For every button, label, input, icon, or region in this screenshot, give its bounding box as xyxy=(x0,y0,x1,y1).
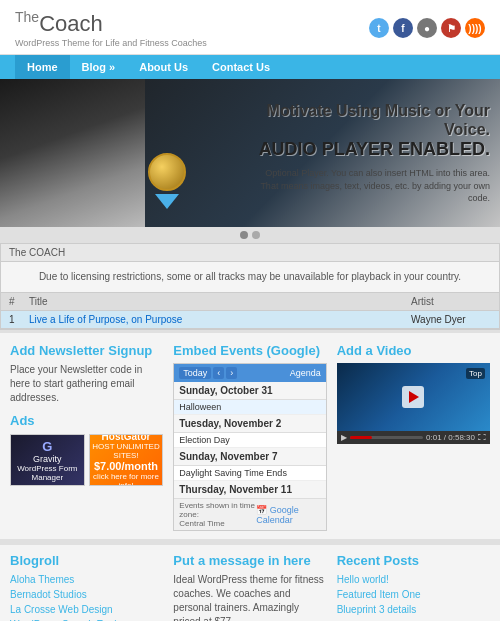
calendar-col: Embed Events (Google) Today ‹ › Agenda S… xyxy=(173,343,326,531)
bottom-three-col-section: Blogroll Aloha Themes Bernadot Studios L… xyxy=(0,542,500,621)
slider-dots xyxy=(0,227,500,243)
track-title: Live a Life of Purpose, on Purpose xyxy=(29,314,411,325)
hero-text-block: Motivate Using Music or Your Voice. AUDI… xyxy=(250,101,490,205)
video-progress-fill xyxy=(350,436,372,439)
cal-today-btn[interactable]: Today xyxy=(179,367,211,379)
cal-timezone-value: Central Time xyxy=(179,519,224,528)
blogroll-item-3[interactable]: La Crosse Web Design xyxy=(10,603,163,615)
recent-post-link-1[interactable]: Hello world! xyxy=(337,574,389,585)
cal-view-label: Agenda xyxy=(290,368,321,378)
recent-post-2[interactable]: Featured Item One xyxy=(337,588,490,600)
calendar-header: Today ‹ › Agenda xyxy=(174,364,325,382)
track-num: 1 xyxy=(9,314,29,325)
cal-next-btn[interactable]: › xyxy=(226,367,237,379)
video-progress-bar[interactable] xyxy=(350,436,423,439)
gravity-name: Gravity xyxy=(33,454,62,464)
player-header: The COACH xyxy=(1,244,499,262)
video-tag: Top xyxy=(466,368,485,379)
cal-timezone-label: Events shown in time zone: Central Time xyxy=(179,501,256,528)
blogroll-item-2[interactable]: Bernadot Studios xyxy=(10,588,163,600)
video-time: 0:01 / 0:58:30 xyxy=(426,433,475,442)
cal-powered: 📅 Google Calendar xyxy=(256,505,320,525)
nav-item-home[interactable]: Home xyxy=(15,55,70,79)
calendar-nav: Today ‹ › xyxy=(179,367,237,379)
recent-post-link-2[interactable]: Featured Item One xyxy=(337,589,421,600)
three-col-section: Add Newsletter Signup Place your Newslet… xyxy=(0,330,500,539)
cal-event-2: Election Day xyxy=(174,433,325,448)
calendar-embed: Today ‹ › Agenda Sunday, October 31 Hall… xyxy=(173,363,326,531)
hero-headline: Motivate Using Music or Your Voice. xyxy=(250,101,490,139)
track-artist: Wayne Dyer xyxy=(411,314,491,325)
player-notice: Due to licensing restrictions, some or a… xyxy=(1,262,499,292)
recent-posts-list: Hello world! Featured Item One Blueprint… xyxy=(337,573,490,615)
newsletter-body: Place your Newsletter code in here to st… xyxy=(10,363,163,405)
hero-section: Motivate Using Music or Your Voice. AUDI… xyxy=(0,79,500,227)
nav-item-blog[interactable]: Blog » xyxy=(70,55,128,79)
logo-the: The xyxy=(15,10,39,24)
logo-coach: Coach xyxy=(39,11,103,36)
hostgator-ad[interactable]: HostGator HOST UNLIMITED SITES! $7.00/mo… xyxy=(89,434,164,486)
video-thumbnail[interactable]: Top xyxy=(337,363,490,431)
blogroll-link-1[interactable]: Aloha Themes xyxy=(10,574,74,585)
recent-posts-title: Recent Posts xyxy=(337,553,490,568)
hostgator-sub: HOST UNLIMITED SITES! xyxy=(90,442,163,460)
recent-posts-col: Recent Posts Hello world! Featured Item … xyxy=(337,553,490,621)
recent-post-1[interactable]: Hello world! xyxy=(337,573,490,585)
social-icons: t f ● ⚑ )))) xyxy=(369,18,485,38)
logo-title: TheCoach xyxy=(15,8,207,36)
facebook-icon[interactable]: f xyxy=(393,18,413,38)
logo-tagline: WordPress Theme for Life and Fitness Coa… xyxy=(15,38,207,48)
hero-person-image xyxy=(0,79,145,227)
message-title: Put a message in here xyxy=(173,553,326,568)
social-icon-4[interactable]: ⚑ xyxy=(441,18,461,38)
gravity-sub: WordPress Form Manager xyxy=(11,464,84,482)
player-track-row[interactable]: 1 Live a Life of Purpose, on Purpose Way… xyxy=(1,311,499,329)
calendar-footer: Events shown in time zone: Central Time … xyxy=(174,499,325,530)
google-calendar-logo: 📅 Google Calendar xyxy=(256,505,320,525)
blogroll-col: Blogroll Aloha Themes Bernadot Studios L… xyxy=(10,553,163,621)
message-body: Ideal WordPress theme for fitness coache… xyxy=(173,573,326,621)
hero-subheadline: AUDIO PLAYER ENABLED. xyxy=(250,140,490,162)
nav-item-about[interactable]: About Us xyxy=(127,55,200,79)
nav-item-contact[interactable]: Contact Us xyxy=(200,55,282,79)
video-col: Add a Video Top ▶ 0:01 / 0:58:30 ⛶ xyxy=(337,343,490,531)
blogroll-link-3[interactable]: La Crosse Web Design xyxy=(10,604,113,615)
blogroll-item-1[interactable]: Aloha Themes xyxy=(10,573,163,585)
calendar-title: Embed Events (Google) xyxy=(173,343,326,358)
ads-section: Ads G Gravity WordPress Form Manager Hos… xyxy=(10,413,163,486)
hero-description: Optional Player. You can also insert HTM… xyxy=(250,167,490,205)
logo-area: TheCoach WordPress Theme for Life and Fi… xyxy=(15,8,207,48)
recent-post-link-3[interactable]: Blueprint 3 details xyxy=(337,604,417,615)
col-title-header: Title xyxy=(29,296,411,307)
col-artist-header: Artist xyxy=(411,296,491,307)
blogroll-list: Aloha Themes Bernadot Studios La Crosse … xyxy=(10,573,163,621)
audio-player-section: The COACH Due to licensing restrictions,… xyxy=(0,243,500,330)
video-controls: ▶ 0:01 / 0:58:30 ⛶ xyxy=(337,431,490,444)
recent-post-3[interactable]: Blueprint 3 details xyxy=(337,603,490,615)
video-play-icon[interactable]: ▶ xyxy=(341,433,347,442)
gravity-logo: G xyxy=(42,439,52,454)
main-nav: Home Blog » About Us Contact Us xyxy=(0,55,500,79)
ads-title: Ads xyxy=(10,413,163,428)
cal-date-3: Sunday, November 7 xyxy=(174,448,325,466)
cal-prev-btn[interactable]: ‹ xyxy=(213,367,224,379)
rss-icon[interactable]: )))) xyxy=(465,18,485,38)
hostgator-name: HostGator xyxy=(102,434,151,442)
ad-area: G Gravity WordPress Form Manager HostGat… xyxy=(10,434,163,486)
play-button[interactable] xyxy=(402,386,424,408)
slider-dot-1[interactable] xyxy=(240,231,248,239)
newsletter-col: Add Newsletter Signup Place your Newslet… xyxy=(10,343,163,531)
player-table-header: # Title Artist xyxy=(1,292,499,311)
cal-date-1: Sunday, October 31 xyxy=(174,382,325,400)
blogroll-link-2[interactable]: Bernadot Studios xyxy=(10,589,87,600)
twitter-icon[interactable]: t xyxy=(369,18,389,38)
play-triangle-icon xyxy=(409,391,419,403)
cal-date-2: Tuesday, November 2 xyxy=(174,415,325,433)
col-num-header: # xyxy=(9,296,29,307)
gravity-ad[interactable]: G Gravity WordPress Form Manager xyxy=(10,434,85,486)
message-col: Put a message in here Ideal WordPress th… xyxy=(173,553,326,621)
video-fullscreen-icon[interactable]: ⛶ xyxy=(478,433,486,442)
slider-dot-2[interactable] xyxy=(252,231,260,239)
social-icon-3[interactable]: ● xyxy=(417,18,437,38)
hostgator-cta: click here for more info! xyxy=(90,472,163,487)
